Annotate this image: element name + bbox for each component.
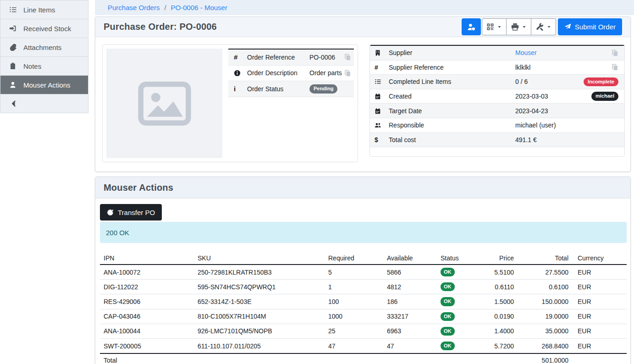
cell-ipn: ANA-100044: [100, 324, 194, 338]
admin-button[interactable]: [462, 18, 481, 35]
col-header-required: Required: [325, 252, 383, 265]
submit-order-button[interactable]: Submit Order: [558, 18, 622, 35]
info-icon: i: [234, 85, 247, 93]
dollar-icon: $: [375, 136, 389, 143]
detail-row: i Order Status Pending: [228, 81, 354, 97]
status-badge: Pending: [309, 84, 337, 93]
options-menu-button[interactable]: [531, 18, 556, 35]
cell-currency: EUR: [574, 338, 627, 353]
cell-available: 186: [383, 294, 437, 309]
cell-total: 35.0000: [519, 324, 574, 338]
supplier-details-card: Supplier Mouser # Supplier Reference lkl…: [369, 44, 625, 157]
detail-label: Created: [389, 93, 515, 100]
footer-total-label: Total: [100, 353, 194, 364]
detail-row: Target Date 2023-04-23: [370, 104, 624, 118]
detail-value: PO-0006: [309, 54, 344, 61]
user-shield-icon: [467, 23, 475, 31]
cell-required: 25: [325, 324, 383, 338]
detail-value: 2023-04-23: [515, 107, 618, 115]
cell-required: 100: [325, 294, 383, 309]
purchase-order-panel: Purchase Order: PO-0006: [95, 17, 631, 172]
chevron-left-icon: [10, 100, 17, 107]
col-header-available: Available: [383, 252, 437, 265]
breadcrumb-link-current[interactable]: PO-0006 - Mouser: [171, 4, 227, 11]
detail-value: 491.1 €: [515, 136, 618, 143]
detail-value: Order parts: [309, 69, 344, 77]
detail-label: Order Reference: [247, 54, 309, 61]
cell-price: 0.6110: [478, 280, 519, 294]
table-row: ANA-100072 250-72981KLRATR150B3 5 5866 O…: [100, 265, 627, 280]
mouser-actions-panel: Mouser Actions Transfer PO 200 OK IPN SK…: [95, 176, 631, 364]
cell-available: 4812: [383, 280, 437, 294]
detail-value[interactable]: Mouser: [515, 49, 612, 56]
cell-status: OK: [437, 324, 478, 338]
list-ol-icon: [9, 6, 23, 13]
cell-price: 5.7200: [478, 338, 519, 353]
purchase-order-panel-header: Purchase Order: PO-0006: [95, 17, 630, 37]
barcode-menu-button[interactable]: [482, 18, 507, 35]
sidebar-item[interactable]: Notes: [0, 57, 88, 76]
transfer-po-label: Transfer PO: [118, 209, 155, 216]
detail-row: Completed Line Items 0 / 6 Incomplete: [370, 75, 624, 89]
detail-label: Responsible: [389, 121, 515, 129]
cell-price: 5.5100: [478, 265, 519, 280]
cell-available: 6963: [383, 324, 437, 338]
table-row: RES-429006 652-3314Z-1-503E 100 186 OK 1…: [100, 294, 627, 309]
cell-required: 47: [325, 338, 383, 353]
sidebar-item[interactable]: Attachments: [0, 38, 88, 57]
caret-down-icon: [522, 25, 526, 29]
hash-icon: #: [234, 53, 247, 61]
detail-label: Total cost: [389, 136, 515, 143]
cell-status: OK: [437, 338, 478, 353]
table-row: DIG-112022 595-SN74HCS74QPWRQ1 1 4812 OK…: [100, 280, 627, 294]
detail-value: michael (user): [515, 121, 618, 129]
cell-status: OK: [437, 280, 478, 294]
transfer-po-button[interactable]: Transfer PO: [100, 204, 162, 221]
copy-icon[interactable]: [344, 54, 351, 61]
sidebar-collapse-button[interactable]: [0, 94, 88, 113]
cell-currency: EUR: [574, 265, 627, 280]
clipboard-icon: [9, 62, 23, 70]
cell-total: 0.6100: [519, 280, 574, 294]
user-icon: [9, 81, 23, 88]
cell-status: OK: [437, 309, 478, 324]
status-alert: 200 OK: [100, 222, 627, 243]
printer-icon: [511, 23, 519, 31]
copy-icon[interactable]: [612, 50, 618, 56]
cell-total: 150.0000: [519, 294, 574, 309]
cell-currency: EUR: [574, 294, 627, 309]
cell-price: 0.0190: [478, 309, 519, 324]
paper-plane-icon: [564, 23, 571, 30]
cell-currency: EUR: [574, 280, 627, 294]
cell-price: 1.5000: [478, 294, 519, 309]
detail-row: Created 2023-03-03 michael: [370, 89, 624, 104]
col-header-sku: SKU: [194, 252, 325, 265]
detail-label: Target Date: [389, 107, 515, 115]
breadcrumb-link-purchase-orders[interactable]: Purchase Orders: [108, 4, 160, 11]
info-circle-icon: [234, 70, 247, 77]
detail-value: lklklkl: [515, 64, 612, 71]
detail-label: Order Status: [247, 85, 309, 93]
cell-available: 47: [383, 338, 437, 353]
header-actions: Submit Order: [462, 18, 622, 35]
sidebar-item[interactable]: Line Items: [0, 0, 88, 19]
sidebar-item[interactable]: Received Stock: [0, 19, 88, 38]
table-header-row: IPN SKU Required Available Status Price …: [100, 252, 627, 265]
refresh-icon: [107, 209, 114, 216]
hash-icon: #: [375, 64, 389, 71]
detail-label: Supplier: [389, 49, 515, 56]
table-footer-row: Total 501.0000: [100, 353, 627, 364]
status-ok-badge: OK: [441, 297, 455, 306]
detail-label: Order Description: [247, 69, 309, 77]
status-badge: Incomplete: [584, 77, 618, 86]
menu-button-group: [482, 18, 556, 35]
copy-icon[interactable]: [344, 70, 351, 77]
status-ok-badge: OK: [441, 312, 455, 321]
table-row: CAP-043046 810-C1005X7R1H104M 1000 33321…: [100, 309, 627, 324]
detail-value: 2023-03-03: [515, 93, 591, 100]
cell-available: 333217: [383, 309, 437, 324]
copy-icon[interactable]: [612, 64, 618, 71]
detail-value: 0 / 6: [515, 78, 584, 85]
print-menu-button[interactable]: [507, 18, 531, 35]
sidebar-item[interactable]: Mouser Actions: [0, 76, 88, 94]
